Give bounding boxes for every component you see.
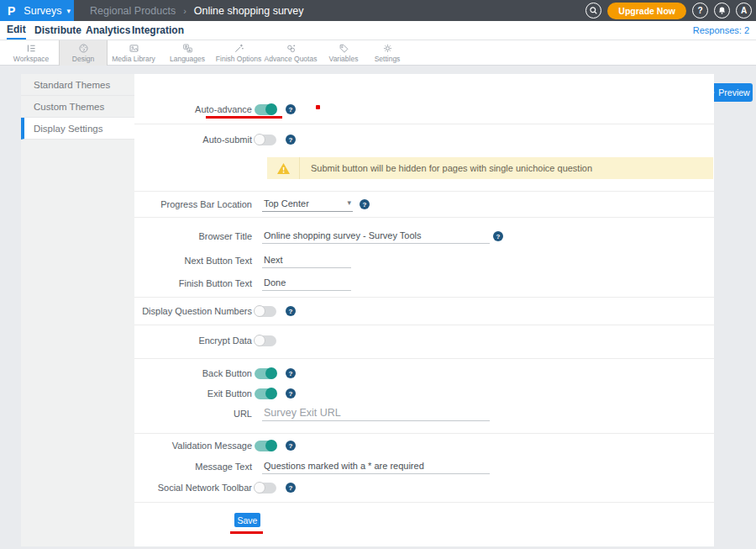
tab-edit[interactable]: Edit [7, 21, 26, 40]
survey-nav-tabs: Edit Distribute Analytics Integration Re… [0, 21, 756, 40]
display-question-numbers-row: Display Question Numbers [134, 303, 714, 319]
notifications-bell-icon[interactable] [714, 3, 730, 18]
preview-label: Preview [718, 87, 749, 98]
account-avatar[interactable]: A [736, 3, 752, 18]
browser-title-input[interactable] [262, 229, 490, 244]
back-button-help-icon[interactable] [286, 368, 296, 378]
chevron-down-icon: ▾ [67, 7, 71, 15]
workspace-icon [26, 43, 37, 54]
tab-distribute[interactable]: Distribute [34, 21, 81, 40]
toolbar-media-library-label: Media Library [112, 55, 155, 63]
auto-advance-help-icon[interactable] [286, 104, 296, 114]
header-actions: Upgrade Now ? A [585, 0, 752, 21]
finish-options-magic-wand-icon [234, 43, 244, 54]
divider [134, 124, 714, 124]
message-text-input[interactable] [262, 459, 490, 474]
advance-quotas-links-icon [286, 43, 297, 54]
divider [134, 217, 714, 218]
product-menu[interactable]: P Surveys ▾ [0, 0, 74, 21]
back-button-toggle[interactable] [255, 368, 276, 379]
progress-bar-location-help-icon[interactable] [360, 199, 370, 209]
auto-submit-warning: Submit button will be hidden for pages w… [267, 157, 713, 179]
finish-button-text-label: Finish Button Text [134, 278, 252, 288]
back-button-label: Back Button [134, 368, 252, 378]
auto-submit-toggle[interactable] [255, 135, 276, 145]
validation-message-help-icon[interactable] [286, 441, 296, 451]
message-text-label: Message Text [134, 462, 252, 472]
toggle-knob [254, 134, 265, 145]
validation-message-toggle[interactable] [255, 441, 276, 451]
sidebar-item-custom-themes[interactable]: Custom Themes [21, 96, 134, 118]
languages-icon [182, 43, 193, 54]
questionpro-display-settings-page: P Surveys ▾ Regional Products › Online s… [0, 0, 756, 549]
social-network-toolbar-label: Social Network Toolbar [134, 483, 252, 493]
warning-triangle-icon [276, 162, 291, 175]
toolbar-variables-label: Variables [329, 55, 359, 63]
browser-title-row: Browser Title [134, 228, 714, 245]
red-underline-annotation [230, 531, 263, 534]
warning-divider [299, 157, 300, 179]
exit-url-label: URL [134, 409, 252, 419]
toolbar-variables-button[interactable]: Variables [319, 40, 368, 66]
exit-button-toggle[interactable] [255, 388, 276, 399]
toolbar-design-button[interactable]: Design [59, 40, 108, 66]
settings-gear-icon [382, 43, 393, 54]
help-icon[interactable]: ? [692, 3, 708, 18]
auto-submit-help-icon[interactable] [286, 135, 296, 145]
display-settings-panel: Auto-advance Auto-submit Submit button w… [134, 74, 714, 546]
finish-button-text-input[interactable] [262, 276, 351, 291]
toolbar-settings-button[interactable]: Settings [363, 40, 412, 66]
back-button-row: Back Button [134, 365, 714, 382]
social-network-toolbar-toggle[interactable] [255, 483, 276, 494]
divider [134, 325, 714, 325]
toggle-knob [265, 103, 277, 115]
toolbar-design-label: Design [72, 55, 94, 63]
divider [134, 433, 714, 434]
breadcrumb-parent[interactable]: Regional Products [90, 5, 176, 17]
social-network-toolbar-help-icon[interactable] [286, 483, 296, 493]
next-button-text-label: Next Button Text [134, 256, 252, 266]
upgrade-now-button[interactable]: Upgrade Now [607, 3, 686, 19]
breadcrumb: Regional Products › Online shopping surv… [90, 0, 303, 21]
encrypt-data-row: Encrypt Data [134, 332, 714, 349]
auto-advance-row: Auto-advance [134, 101, 714, 118]
next-button-text-input[interactable] [262, 253, 351, 268]
toolbar-workspace-button[interactable]: Workspace [7, 40, 55, 66]
red-dot-annotation [316, 105, 320, 109]
toolbar-settings-label: Settings [375, 55, 401, 63]
divider [134, 191, 714, 192]
progress-bar-location-label: Progress Bar Location [134, 199, 252, 209]
toggle-knob [265, 367, 277, 379]
display-question-numbers-toggle[interactable] [255, 306, 276, 317]
auto-submit-label: Auto-submit [134, 135, 252, 145]
sidebar-item-display-settings[interactable]: Display Settings [21, 118, 134, 140]
toolbar-advance-quotas-button[interactable]: Advance Quotas [266, 40, 315, 66]
save-button[interactable]: Save [234, 513, 260, 527]
divider [134, 297, 714, 298]
validation-message-row: Validation Message [134, 437, 714, 454]
themes-sidebar: Standard Themes Custom Themes Display Se… [21, 74, 134, 546]
search-icon[interactable] [585, 3, 601, 18]
toolbar-advance-quotas-label: Advance Quotas [265, 55, 318, 63]
progress-bar-location-select[interactable]: Top Center [262, 197, 353, 212]
exit-button-help-icon[interactable] [286, 388, 296, 399]
variables-tag-icon [339, 43, 349, 54]
auto-advance-toggle[interactable] [255, 104, 276, 115]
validation-message-label: Validation Message [134, 441, 252, 451]
tab-integration[interactable]: Integration [132, 21, 184, 40]
exit-url-input[interactable] [262, 406, 490, 421]
responses-count[interactable]: Responses: 2 [693, 21, 749, 40]
browser-title-label: Browser Title [134, 231, 252, 241]
encrypt-data-toggle[interactable] [255, 335, 276, 346]
media-library-icon [129, 43, 139, 54]
tab-analytics[interactable]: Analytics [86, 21, 130, 40]
toolbar-finish-options-button[interactable]: Finish Options [214, 40, 263, 66]
browser-title-help-icon[interactable] [493, 231, 503, 241]
sidebar-item-standard-themes[interactable]: Standard Themes [21, 74, 134, 96]
toolbar-media-library-button[interactable]: Media Library [109, 40, 158, 66]
toolbar-languages-button[interactable]: Languages [163, 40, 212, 66]
next-button-text-row: Next Button Text [134, 252, 714, 269]
divider [134, 502, 714, 503]
display-question-numbers-help-icon[interactable] [286, 306, 296, 316]
design-palette-icon [78, 43, 89, 54]
